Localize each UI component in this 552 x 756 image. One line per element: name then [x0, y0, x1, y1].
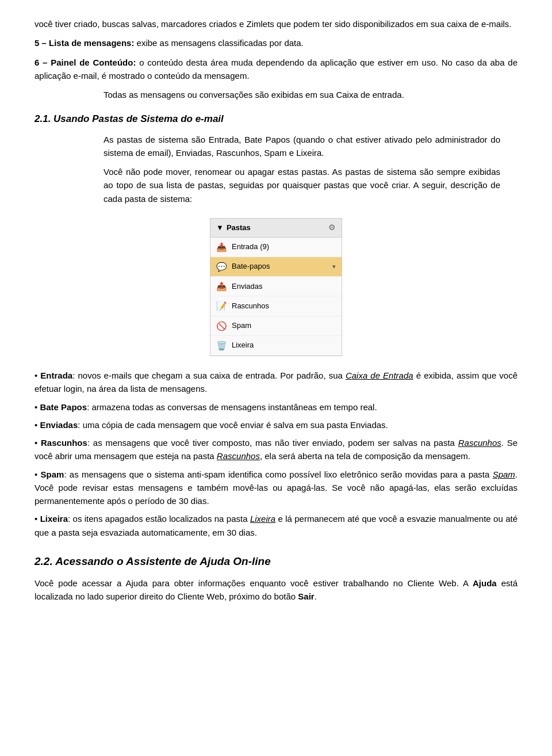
folder-label-batepapos: Bate-papos: [232, 261, 328, 272]
trash-icon: 🗑️: [216, 339, 227, 352]
bullet-lixeira: • Lixeira: os itens apagados estão local…: [34, 512, 518, 539]
sair-bold: Sair: [298, 591, 314, 601]
folder-panel: ▼ Pastas ⚙ 📥 Entrada (9) 💬 Bate-papos ▾ …: [210, 218, 342, 356]
indent-block: Todas as mensagens ou conversações são e…: [103, 88, 500, 101]
pastas-label: Pastas: [227, 222, 251, 234]
bullet-enviadas: • Enviadas: uma cópia de cada mensagem q…: [34, 418, 518, 432]
intro-para2-bold: 5 – Lista de mensagens:: [34, 38, 134, 48]
lixeira-link: Lixeira: [250, 514, 275, 524]
sent-icon: 📤: [216, 280, 227, 293]
bullet-lixeira-bold: Lixeira: [40, 514, 68, 524]
bullet-rascunhos-bold: Rascunhos: [41, 438, 87, 448]
intro-para3-bold: 6 – Painel de Conteúdo:: [34, 58, 136, 67]
folder-label-enviadas: Enviadas: [232, 281, 336, 292]
bullet-spam: • Spam: as mensagens que o sistema anti-…: [34, 468, 518, 508]
folder-panel-header: ▼ Pastas ⚙: [210, 219, 342, 238]
rascunhos-link1: Rascunhos: [458, 438, 501, 448]
bullet-entrada-bold: Entrada: [40, 371, 72, 380]
indent-text: Todas as mensagens ou conversações são e…: [103, 88, 500, 101]
section-2-1-heading: 2.1. Usando Pastas de Sistema do e-mail: [34, 112, 518, 127]
section-2-2-heading: 2.2. Acessando o Assistente de Ajuda On-…: [34, 553, 518, 570]
bullet-entrada: • Entrada: novos e-mails que chegam a su…: [34, 369, 518, 396]
spam-icon: 🚫: [216, 319, 227, 333]
section-2-2-para1: Você pode acessar a Ajuda para obter inf…: [34, 576, 518, 604]
intro-paragraph-2: 5 – Lista de mensagens: exibe as mensage…: [34, 36, 518, 49]
folder-label-lixeira: Lixeira: [232, 339, 336, 351]
folder-label-spam: Spam: [232, 320, 336, 331]
folder-panel-title: ▼ Pastas: [216, 222, 251, 234]
bullet-batepapos-bold: Bate Papos: [40, 402, 87, 412]
bullet-batepapos: • Bate Papos: armazena todas as conversa…: [34, 400, 518, 414]
triangle-icon: ▼: [216, 222, 224, 234]
section-para1: As pastas de sistema são Entrada, Bate P…: [103, 133, 500, 160]
folder-item-enviadas[interactable]: 📤 Enviadas: [210, 277, 342, 296]
folder-item-rascunhos[interactable]: 📝 Rascunhos: [210, 296, 342, 316]
folder-item-entrada[interactable]: 📥 Entrada (9): [210, 238, 342, 257]
intro-paragraph-3: 6 – Painel de Conteúdo: o conteúdo desta…: [34, 56, 518, 83]
rascunhos-link2: Rascunhos: [217, 451, 260, 461]
intro-paragraph-1: você tiver criado, buscas salvas, marcad…: [34, 17, 518, 30]
section2-para1-end: .: [315, 591, 317, 601]
folder-item-spam[interactable]: 🚫 Spam: [210, 316, 342, 336]
draft-icon: 📝: [216, 299, 227, 312]
intro-para2-rest: exibe as mensagens classificadas por dat…: [134, 38, 303, 48]
folder-label-rascunhos: Rascunhos: [232, 300, 336, 312]
bullets-section: • Entrada: novos e-mails que chegam a su…: [34, 369, 518, 539]
inbox-icon: 📥: [216, 240, 227, 254]
folder-panel-wrapper: ▼ Pastas ⚙ 📥 Entrada (9) 💬 Bate-papos ▾ …: [34, 218, 518, 356]
section-para2: Você não pode mover, renomear ou apagar …: [103, 165, 500, 205]
folder-item-lixeira[interactable]: 🗑️ Lixeira: [210, 336, 342, 356]
caixa-de-entrada-link: Caixa de Entrada: [346, 371, 413, 380]
section2-para1-start: Você pode acessar a Ajuda para obter inf…: [34, 578, 473, 588]
gear-icon[interactable]: ⚙: [328, 222, 336, 234]
bullet-spam-bold: Spam: [41, 469, 64, 479]
bullet-enviadas-bold: Enviadas: [40, 420, 78, 430]
chat-icon: 💬: [216, 260, 227, 273]
section-2-1-content: As pastas de sistema são Entrada, Bate P…: [103, 133, 500, 205]
folder-item-batepapos[interactable]: 💬 Bate-papos ▾: [210, 257, 342, 277]
folder-expand-icon: ▾: [332, 262, 336, 272]
folder-label-entrada: Entrada (9): [232, 241, 336, 253]
ajuda-bold: Ajuda: [473, 578, 497, 588]
bullet-rascunhos: • Rascunhos: as mensagens que você tiver…: [34, 436, 518, 463]
spam-link: Spam: [493, 469, 515, 479]
